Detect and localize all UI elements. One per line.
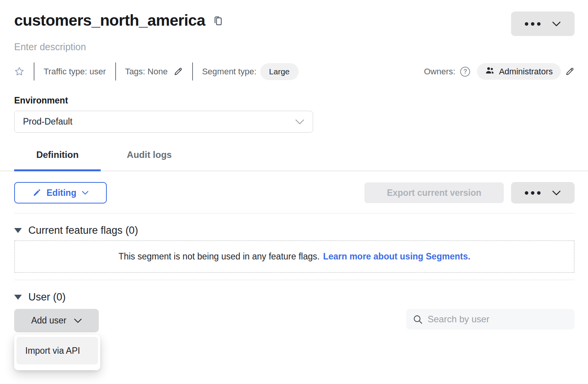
user-search-input[interactable]	[428, 314, 568, 325]
chevron-down-icon	[295, 119, 304, 125]
feature-flags-section-title: Current feature flags (0)	[28, 225, 138, 236]
header-overflow-menu-button[interactable]	[511, 11, 575, 36]
menu-item-import-via-api[interactable]: Import via API	[16, 337, 98, 364]
people-icon	[485, 66, 495, 77]
ellipsis-icon	[525, 191, 541, 195]
tab-bar: Definition Audit logs	[0, 147, 588, 171]
title-row: customers_north_america	[14, 11, 223, 30]
meta-row: Traffic type: user Tags: None Segment ty…	[14, 62, 575, 80]
chevron-down-icon	[552, 21, 561, 26]
editing-label: Editing	[47, 188, 77, 198]
learn-more-link[interactable]: Learn more about using Segments.	[323, 251, 470, 262]
section-divider	[14, 280, 575, 280]
segment-detail-page: customers_north_america Enter descriptio…	[0, 0, 588, 384]
owners-value: Administrators	[499, 67, 553, 77]
description-input[interactable]: Enter description	[14, 41, 86, 53]
pencil-icon	[33, 189, 41, 197]
feature-flags-empty-text: This segment is not being used in any fe…	[118, 251, 319, 262]
chevron-down-icon	[552, 190, 561, 195]
feature-flags-empty-box: This segment is not being used in any fe…	[14, 240, 575, 273]
chevron-down-icon	[82, 191, 88, 195]
copy-icon[interactable]	[213, 15, 223, 26]
traffic-type-label: Traffic type: user	[44, 67, 106, 77]
user-section-header[interactable]: User (0)	[14, 291, 66, 303]
help-icon[interactable]	[460, 67, 470, 77]
add-user-menu: Import via API	[14, 335, 100, 370]
edit-owners-pencil-icon[interactable]	[565, 67, 575, 76]
tab-definition[interactable]: Definition	[14, 147, 101, 171]
meta-divider	[34, 62, 34, 80]
segment-type-label: Segment type:	[202, 67, 256, 77]
owners-label: Owners:	[424, 67, 455, 77]
user-section-title: User (0)	[28, 291, 66, 303]
chevron-down-icon	[74, 318, 82, 323]
user-search-box	[406, 309, 575, 330]
section-divider	[14, 213, 575, 213]
environment-select-value: Prod-Default	[23, 117, 72, 127]
collapse-caret-icon	[14, 228, 22, 233]
export-current-version-button[interactable]: Export current version	[364, 182, 504, 203]
tab-audit-logs[interactable]: Audit logs	[108, 147, 190, 171]
add-user-button[interactable]: Add user	[14, 309, 99, 332]
meta-divider	[115, 62, 116, 80]
meta-divider	[192, 62, 193, 80]
editing-dropdown-button[interactable]: Editing	[14, 182, 107, 203]
add-user-label: Add user	[31, 315, 66, 326]
favorite-star-icon[interactable]	[14, 66, 24, 77]
collapse-caret-icon	[14, 295, 22, 300]
edit-tags-pencil-icon[interactable]	[173, 67, 183, 76]
ellipsis-icon	[525, 22, 541, 26]
toolbar-overflow-menu-button[interactable]	[511, 182, 575, 203]
environment-label: Environment	[14, 95, 68, 106]
segment-type-badge: Large	[260, 63, 299, 80]
search-icon	[413, 314, 423, 325]
owners-group: Owners: Administrators	[424, 63, 575, 80]
tags-label: Tags: None	[125, 67, 168, 77]
environment-select[interactable]: Prod-Default	[14, 111, 313, 133]
page-title: customers_north_america	[14, 11, 205, 30]
feature-flags-section-header[interactable]: Current feature flags (0)	[14, 225, 138, 236]
owners-badge: Administrators	[477, 63, 561, 80]
